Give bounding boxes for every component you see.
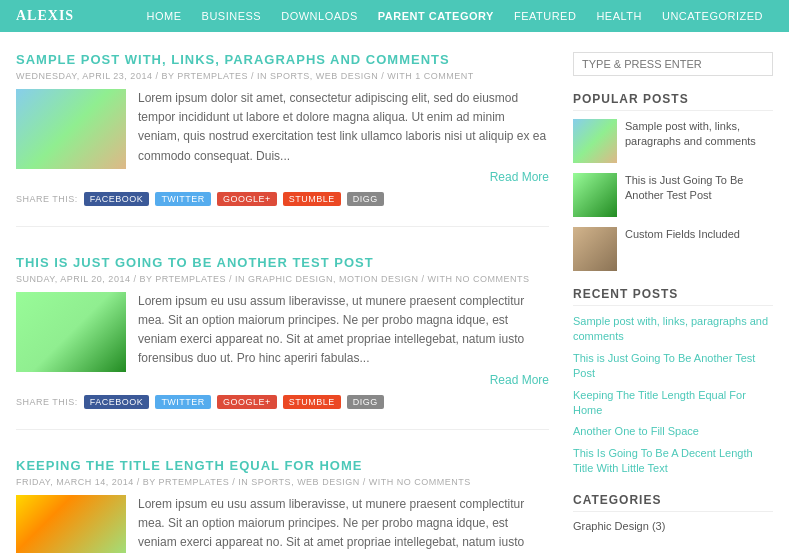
post-3-excerpt: Lorem ipsum eu usu assum liberavisse, ut… (138, 495, 549, 554)
post-1: SAMPLE POST WITH, LINKS, PARAGRAPHS AND … (16, 52, 549, 227)
post-3-content: Lorem ipsum eu usu assum liberavisse, ut… (16, 495, 549, 554)
nav-business[interactable]: BUSINESS (192, 0, 272, 32)
categories-title: CATEGORIES (573, 493, 773, 512)
stumble-button-2[interactable]: STUMBLE (283, 395, 341, 409)
post-2-share: SHARE THIS: FACEBOOK TWITTER GOOGLE+ STU… (16, 395, 549, 409)
nav-downloads[interactable]: DOWNLOADS (271, 0, 368, 32)
nav-uncategorized[interactable]: UNCATEGORIZED (652, 0, 773, 32)
recent-posts-title: RECENT POSTS (573, 287, 773, 306)
nav-health[interactable]: HEALTH (586, 0, 652, 32)
site-title[interactable]: ALEXIS (16, 8, 74, 24)
post-3-meta: FRIDAY, MARCH 14, 2014 / BY PRTEMPLATES … (16, 477, 549, 487)
popular-post-1: Sample post with, links, paragraphs and … (573, 119, 773, 163)
nav-featured[interactable]: FEATURED (504, 0, 586, 32)
twitter-button-2[interactable]: TWITTER (155, 395, 211, 409)
popular-title-2[interactable]: This is Just Going To Be Another Test Po… (625, 173, 773, 204)
post-3-title[interactable]: KEEPING THE TITLE LENGTH EQUAL FOR HOME (16, 458, 549, 473)
post-2-read-more[interactable]: Read More (138, 373, 549, 387)
facebook-button[interactable]: FACEBOOK (84, 192, 150, 206)
post-1-thumbnail (16, 89, 126, 169)
post-3-thumbnail (16, 495, 126, 554)
post-1-share: SHARE THIS: FACEBOOK TWITTER GOOGLE+ STU… (16, 192, 549, 206)
popular-title-1[interactable]: Sample post with, links, paragraphs and … (625, 119, 773, 150)
recent-post-4[interactable]: Another One to Fill Space (573, 424, 773, 439)
main-nav: HOME BUSINESS DOWNLOADS PARENT CATEGORY … (137, 0, 773, 32)
digg-button[interactable]: DIGG (347, 192, 384, 206)
digg-button-2[interactable]: DIGG (347, 395, 384, 409)
post-3: KEEPING THE TITLE LENGTH EQUAL FOR HOME … (16, 458, 549, 554)
post-2-thumbnail (16, 292, 126, 372)
category-graphic-design[interactable]: Graphic Design (3) (573, 520, 773, 532)
post-1-read-more[interactable]: Read More (138, 170, 549, 184)
recent-post-1[interactable]: Sample post with, links, paragraphs and … (573, 314, 773, 345)
post-2-title[interactable]: THIS IS JUST GOING TO BE ANOTHER TEST PO… (16, 255, 549, 270)
post-2-excerpt: Lorem ipsum eu usu assum liberavisse, ut… (138, 292, 549, 369)
search-input[interactable] (573, 52, 773, 76)
popular-posts-title: POPULAR POSTS (573, 92, 773, 111)
recent-post-3[interactable]: Keeping The Title Length Equal For Home (573, 388, 773, 419)
stumble-button[interactable]: STUMBLE (283, 192, 341, 206)
search-bar (573, 52, 773, 76)
google-button[interactable]: GOOGLE+ (217, 192, 277, 206)
google-button-2[interactable]: GOOGLE+ (217, 395, 277, 409)
sidebar: POPULAR POSTS Sample post with, links, p… (573, 52, 773, 553)
popular-title-3[interactable]: Custom Fields Included (625, 227, 740, 242)
popular-thumb-1 (573, 119, 617, 163)
popular-post-3: Custom Fields Included (573, 227, 773, 271)
post-2: THIS IS JUST GOING TO BE ANOTHER TEST PO… (16, 255, 549, 430)
nav-home[interactable]: HOME (137, 0, 192, 32)
post-1-meta: WEDNESDAY, APRIL 23, 2014 / BY PRTEMPLAT… (16, 71, 549, 81)
page-wrapper: SAMPLE POST WITH, LINKS, PARAGRAPHS AND … (0, 32, 789, 553)
header: ALEXIS HOME BUSINESS DOWNLOADS PARENT CA… (0, 0, 789, 32)
twitter-button[interactable]: TWITTER (155, 192, 211, 206)
main-content: SAMPLE POST WITH, LINKS, PARAGRAPHS AND … (16, 52, 549, 553)
recent-post-5[interactable]: This Is Going To Be A Decent Length Titl… (573, 446, 773, 477)
post-2-content: Lorem ipsum eu usu assum liberavisse, ut… (16, 292, 549, 387)
popular-post-2: This is Just Going To Be Another Test Po… (573, 173, 773, 217)
nav-parent-category[interactable]: PARENT CATEGORY (368, 0, 504, 32)
post-1-title[interactable]: SAMPLE POST WITH, LINKS, PARAGRAPHS AND … (16, 52, 549, 67)
facebook-button-2[interactable]: FACEBOOK (84, 395, 150, 409)
recent-post-2[interactable]: This is Just Going To Be Another Test Po… (573, 351, 773, 382)
post-1-content: Lorem ipsum dolor sit amet, consectetur … (16, 89, 549, 184)
post-2-meta: SUNDAY, APRIL 20, 2014 / BY PRTEMPLATES … (16, 274, 549, 284)
popular-thumb-2 (573, 173, 617, 217)
popular-thumb-3 (573, 227, 617, 271)
post-1-excerpt: Lorem ipsum dolor sit amet, consectetur … (138, 89, 549, 166)
